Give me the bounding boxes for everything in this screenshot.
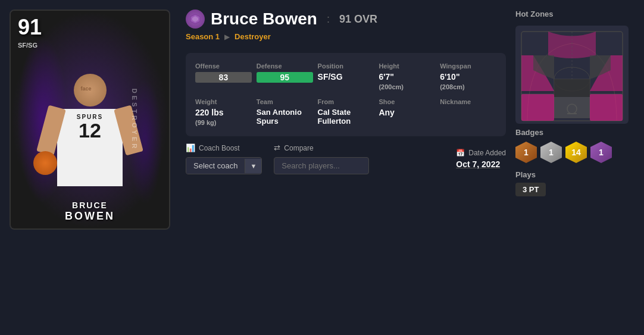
badge-purple: 1	[590, 142, 612, 163]
compare-icon: ⇄	[274, 143, 280, 152]
card-name-overlay: BRUCE BOWEN	[11, 201, 169, 223]
svg-rect-8	[521, 94, 554, 121]
hot-zones-panel: Hot Zones	[515, 10, 634, 325]
coach-boost-icon: 📊	[186, 143, 195, 152]
stats-panel: Bruce Bowen : 91 OVR Season 1 ▶ Destroye…	[186, 10, 506, 325]
date-added-value: Oct 7, 2022	[456, 159, 506, 169]
hot-zones-title: Hot Zones	[515, 10, 634, 18]
defense-label: Defense	[257, 62, 313, 70]
player-name: Bruce Bowen	[211, 10, 317, 29]
select-coach-dropdown[interactable]: Select coach ▼	[186, 157, 262, 174]
silver-badge-shape: 1	[540, 142, 562, 163]
team-label: Team	[257, 98, 313, 105]
wingspan-label: Wingspan	[440, 62, 496, 70]
stats-grid-container: Offense 83 Defense 95 Position SF/SG Hei…	[186, 53, 506, 136]
stat-team: Team San Antonio Spurs	[257, 98, 313, 127]
gold-badge-shape: 14	[565, 142, 587, 163]
hot-zones-court	[515, 26, 629, 121]
stat-position: Position SF/SG	[318, 62, 374, 91]
badges-row: 1 1 14 1	[515, 142, 634, 163]
player-card-section: 91 SF/SG DESTROYER face SPURS 12	[10, 10, 176, 325]
coach-dropdown-arrow[interactable]: ▼	[245, 159, 261, 173]
svg-rect-9	[590, 94, 623, 121]
season-badge: Season 1	[186, 32, 220, 41]
search-players-input[interactable]	[274, 157, 369, 174]
player-subtitle: Season 1 ▶ Destroyer	[186, 32, 377, 41]
hot-zones-svg	[515, 26, 629, 124]
plays-title: Plays	[515, 170, 634, 179]
offense-value: 83	[195, 72, 252, 83]
arrow-icon: ▶	[224, 33, 230, 41]
stat-weight: Weight 220 lbs (99 kg)	[195, 98, 252, 127]
bronze-badge-shape: 1	[515, 142, 537, 163]
badge-gold: 14	[565, 142, 587, 163]
coach-boost-section: 📊 Coach Boost Select coach ▼	[186, 143, 262, 174]
select-coach-text: Select coach	[186, 158, 245, 174]
card-first-name: BRUCE	[11, 201, 169, 210]
defense-value: 95	[257, 72, 313, 83]
divider: :	[323, 13, 333, 26]
wingspan-value: 6'10" (208cm)	[440, 72, 496, 91]
height-value: 6'7" (200cm)	[379, 72, 435, 91]
shoe-label: Shoe	[379, 98, 435, 105]
team-value: San Antonio Spurs	[257, 108, 313, 126]
badge-bronze: 1	[515, 142, 537, 163]
position-label: Position	[318, 62, 374, 70]
destroyer-gem-icon	[186, 10, 205, 29]
weight-label: Weight	[195, 98, 252, 105]
from-label: From	[318, 98, 374, 105]
offense-label: Offense	[195, 62, 252, 70]
badges-title: Badges	[515, 128, 634, 137]
date-section: 📅 Date Added Oct 7, 2022	[456, 149, 506, 169]
weight-value: 220 lbs (99 kg)	[195, 108, 252, 127]
card-last-name: BOWEN	[11, 210, 169, 223]
destroyer-watermark: DESTROYER	[131, 89, 138, 151]
card-rating: 91	[18, 17, 42, 38]
stat-defense: Defense 95	[257, 62, 313, 91]
height-label: Height	[379, 62, 435, 70]
svg-rect-11	[554, 97, 590, 118]
tools-row: 📊 Coach Boost Select coach ▼ ⇄ Compare 📅	[186, 143, 506, 174]
stat-wingspan: Wingspan 6'10" (208cm)	[440, 62, 496, 91]
stat-nickname: Nickname	[440, 98, 496, 127]
stats-grid: Offense 83 Defense 95 Position SF/SG Hei…	[195, 62, 496, 127]
purple-badge-shape: 1	[590, 142, 612, 163]
badge-silver: 1	[540, 142, 562, 163]
player-header: Bruce Bowen : 91 OVR Season 1 ▶ Destroye…	[186, 10, 506, 46]
coach-boost-label: 📊 Coach Boost	[186, 143, 262, 152]
card-position: SF/SG	[18, 42, 37, 49]
archetype-badge: Destroyer	[235, 32, 271, 41]
position-value: SF/SG	[318, 72, 374, 82]
plays-value: 3 PT	[515, 183, 546, 196]
shoe-value: Any	[379, 108, 435, 117]
plays-section: Plays 3 PT	[515, 170, 634, 196]
nickname-label: Nickname	[440, 98, 496, 105]
badges-section: Badges 1 1 14	[515, 128, 634, 163]
compare-label: ⇄ Compare	[274, 143, 369, 152]
from-value: Cal State Fullerton	[318, 108, 374, 126]
stat-from: From Cal State Fullerton	[318, 98, 374, 127]
compare-section: ⇄ Compare	[274, 143, 369, 174]
player-ovr: 91 OVR	[339, 13, 377, 26]
svg-rect-10	[554, 79, 590, 97]
stat-height: Height 6'7" (200cm)	[379, 62, 435, 91]
player-card: 91 SF/SG DESTROYER face SPURS 12	[10, 10, 170, 230]
stat-offense: Offense 83	[195, 62, 252, 91]
stat-shoe: Shoe Any	[379, 98, 435, 127]
date-added-label: 📅 Date Added	[456, 149, 506, 157]
calendar-icon: 📅	[456, 149, 465, 157]
